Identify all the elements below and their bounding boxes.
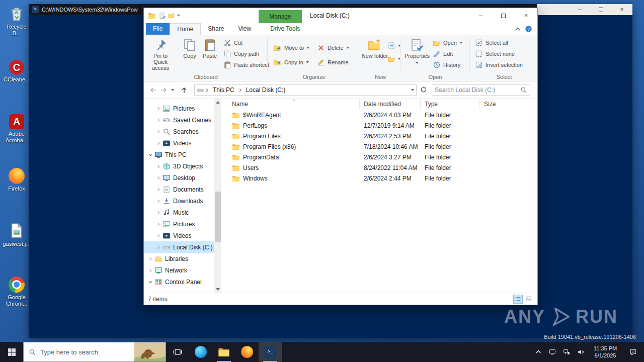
copy-to-button[interactable]: Copy to [274, 57, 309, 67]
taskbar-clock[interactable]: 11:35 PM 6/1/2025 [589, 345, 622, 359]
qat-new-folder-icon[interactable] [168, 12, 175, 19]
nav-tree-item[interactable]: Downloads [144, 195, 214, 207]
qat-customize-caret[interactable] [177, 15, 180, 17]
close-button[interactable]: × [515, 8, 537, 23]
display-tray-icon[interactable] [546, 345, 558, 359]
cut-button[interactable]: Cut [223, 38, 243, 48]
select-none-button[interactable]: Select none [475, 49, 515, 59]
chevron-icon[interactable] [148, 280, 153, 285]
easy-access-button[interactable] [387, 54, 401, 64]
up-icon[interactable] [180, 86, 188, 94]
copy-path-button[interactable]: Copy path [223, 49, 259, 59]
taskbar-file-explorer-button[interactable] [212, 342, 235, 362]
scrollbar-thumb[interactable] [215, 192, 221, 242]
chevron-icon[interactable] [156, 233, 161, 238]
chevron-icon[interactable] [156, 245, 161, 250]
tab-share[interactable]: Share [201, 23, 231, 35]
tab-home[interactable]: Home [170, 23, 201, 35]
tab-drive-tools[interactable]: Drive Tools [263, 23, 307, 35]
task-view-button[interactable] [166, 342, 189, 362]
taskbar-search[interactable] [23, 342, 166, 362]
nav-tree-item[interactable]: Local Disk (C:) [144, 241, 214, 253]
hidden-icons-button[interactable] [532, 345, 544, 359]
file-row[interactable]: PerfLogs 12/7/2019 9:14 AM File folder [221, 120, 537, 131]
pin-to-quick-access-button[interactable]: Pin to Quick access [147, 36, 174, 71]
column-header-size[interactable]: Size [480, 99, 521, 110]
taskbar-search-input[interactable] [40, 348, 130, 356]
collapse-ribbon-icon[interactable] [514, 26, 521, 33]
desktop-icon-ccleaner[interactable]: C CCleane... [2, 59, 31, 83]
file-row[interactable]: $WinREAgent 2/6/2024 4:03 PM File folder [221, 110, 537, 120]
explorer-search[interactable] [432, 84, 530, 96]
column-header-type[interactable]: Type [421, 99, 480, 110]
search-icon[interactable] [520, 86, 527, 94]
desktop-icon-recycle-bin[interactable]: Recycle B... [2, 5, 31, 36]
desktop-icon-gaswest-file[interactable]: gaswest.j... [2, 222, 31, 247]
chevron-icon[interactable] [156, 187, 161, 192]
edit-button[interactable]: Edit [433, 49, 453, 59]
help-icon[interactable] [525, 25, 532, 33]
search-highlight-dinosaur-image[interactable] [134, 342, 166, 361]
back-icon[interactable] [149, 86, 157, 94]
close-button[interactable]: × [611, 4, 632, 15]
paste-shortcut-button[interactable]: Paste shortcut [223, 60, 269, 70]
chevron-icon[interactable] [156, 141, 161, 146]
start-button[interactable] [0, 342, 23, 362]
scroll-up-button[interactable] [214, 99, 221, 106]
minimize-button[interactable]: – [469, 8, 492, 23]
new-folder-button[interactable]: New folder [361, 36, 388, 59]
move-to-button[interactable]: Move to [274, 43, 309, 53]
large-icons-view-button[interactable] [524, 295, 533, 304]
qat-properties-icon[interactable] [159, 12, 166, 19]
taskbar-firefox-button[interactable] [235, 342, 259, 362]
chevron-icon[interactable] [148, 268, 153, 273]
forward-icon[interactable] [160, 86, 168, 94]
new-item-button[interactable] [387, 41, 401, 51]
chevron-icon[interactable] [156, 164, 161, 169]
nav-tree-item[interactable]: Control Panel [144, 276, 214, 288]
desktop-icon-adobe-acrobat[interactable]: A Adobe Acroba... [2, 114, 31, 143]
desktop-icon-firefox[interactable]: Firefox [2, 168, 31, 192]
column-header-date-modified[interactable]: Date modified [360, 99, 421, 110]
maximize-button[interactable] [590, 4, 611, 15]
tab-view[interactable]: View [231, 23, 258, 35]
recent-locations-caret[interactable] [171, 89, 174, 91]
nav-tree-item[interactable]: Libraries [144, 253, 214, 264]
manage-contextual-chip[interactable]: Manage [259, 10, 302, 23]
desktop-icon-google-chrome[interactable]: Google Chrom... [2, 277, 31, 307]
chevron-icon[interactable] [156, 129, 161, 134]
chevron-icon[interactable] [156, 106, 161, 111]
volume-tray-icon[interactable] [575, 345, 587, 359]
file-row[interactable]: ProgramData 2/6/2024 3:27 PM File folder [221, 152, 537, 162]
tab-file[interactable]: File [146, 23, 170, 35]
search-input[interactable] [435, 86, 520, 94]
details-view-button[interactable] [513, 295, 523, 304]
properties-button[interactable]: Properties [404, 36, 431, 65]
breadcrumb[interactable]: This PC Local Disk (C:) [194, 84, 417, 96]
file-row[interactable]: Program Files 2/6/2024 2:53 PM File fold… [221, 131, 537, 141]
rename-button[interactable]: Rename [317, 57, 349, 67]
paste-button[interactable]: Paste [196, 36, 223, 59]
delete-button[interactable]: Delete [317, 43, 349, 53]
explorer-titlebar[interactable]: Manage Local Disk (C:) – × [144, 8, 537, 23]
chevron-icon[interactable] [156, 222, 161, 227]
nav-tree-item[interactable]: Pictures [144, 218, 214, 230]
nav-tree-item[interactable]: Pictures [144, 103, 214, 114]
nav-tree-item[interactable]: Saved Games [144, 114, 214, 126]
scroll-down-button[interactable] [214, 286, 221, 293]
nav-tree-item[interactable]: Desktop [144, 172, 214, 184]
history-button[interactable]: History [433, 60, 460, 70]
chevron-icon[interactable] [156, 199, 161, 204]
chevron-icon[interactable] [148, 256, 153, 261]
chevron-icon[interactable] [156, 210, 161, 215]
chevron-icon[interactable] [148, 152, 153, 157]
chevron-icon[interactable] [156, 118, 161, 123]
nav-scrollbar[interactable] [214, 99, 221, 293]
file-row[interactable]: Windows 2/6/2024 2:44 PM File folder [221, 173, 537, 184]
nav-tree-item[interactable]: This PC [144, 149, 214, 160]
maximize-button[interactable] [492, 8, 515, 23]
invert-selection-button[interactable]: Invert selection [475, 60, 523, 70]
file-row[interactable]: Users 8/24/2022 11:04 AM File folder [221, 162, 537, 173]
nav-tree-item[interactable]: Music [144, 207, 214, 218]
taskbar-powershell-button[interactable]: >_ [259, 342, 282, 362]
